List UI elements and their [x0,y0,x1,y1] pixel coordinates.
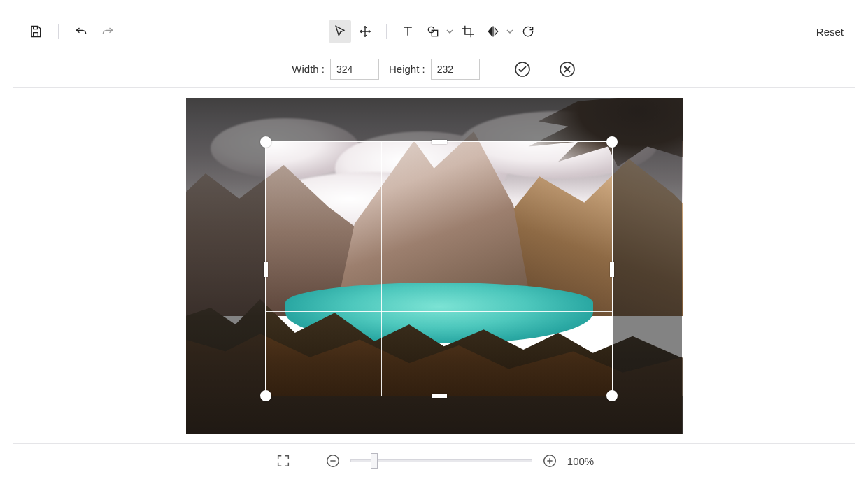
flip-tool-button[interactable] [482,20,514,43]
crop-mask [186,98,683,141]
crop-handle-sw[interactable] [260,390,271,401]
crop-tool-button[interactable] [457,20,479,43]
zoom-bar: 100% [13,443,855,478]
text-tool-button[interactable] [397,20,419,43]
cancel-crop-button[interactable] [558,60,576,78]
zoom-out-button[interactable] [324,452,342,470]
reset-button[interactable]: Reset [816,26,844,38]
height-input[interactable] [431,59,480,80]
crop-mask [186,141,266,396]
zoom-slider[interactable] [350,459,532,462]
separator [308,453,308,469]
rotate-button[interactable] [517,20,539,43]
top-toolbar: Reset [13,13,855,50]
zoom-percent-label: 100% [567,455,594,467]
separator [386,24,387,39]
crop-handle-n[interactable] [432,140,447,144]
chevron-down-icon [506,27,514,36]
pan-tool-button[interactable] [354,20,376,43]
crop-mask [186,396,683,434]
undo-button[interactable] [70,20,92,43]
crop-handle-e[interactable] [610,262,614,277]
separator [58,24,59,39]
shape-tool-button[interactable] [422,20,454,43]
zoom-in-button[interactable] [541,452,559,470]
select-tool-button[interactable] [329,20,351,43]
width-input[interactable] [330,59,379,80]
crop-handle-nw[interactable] [260,136,271,148]
width-label: Width : [292,63,325,75]
crop-handle-ne[interactable] [606,136,618,148]
height-label: Height : [389,63,425,75]
svg-point-1 [428,27,434,32]
save-button[interactable] [24,20,47,43]
crop-dimensions-bar: Width : Height : [13,50,855,88]
apply-crop-button[interactable] [513,60,532,78]
fit-to-screen-button[interactable] [274,452,292,470]
crop-handle-w[interactable] [264,262,268,277]
chevron-down-icon [446,27,454,36]
redo-button[interactable] [97,20,119,43]
crop-selection[interactable] [265,141,613,396]
crop-handle-se[interactable] [606,390,618,401]
zoom-slider-thumb[interactable] [371,453,378,469]
image-canvas[interactable] [186,98,683,434]
crop-handle-s[interactable] [432,394,447,398]
svg-rect-0 [432,30,437,36]
crop-mask [613,141,682,396]
